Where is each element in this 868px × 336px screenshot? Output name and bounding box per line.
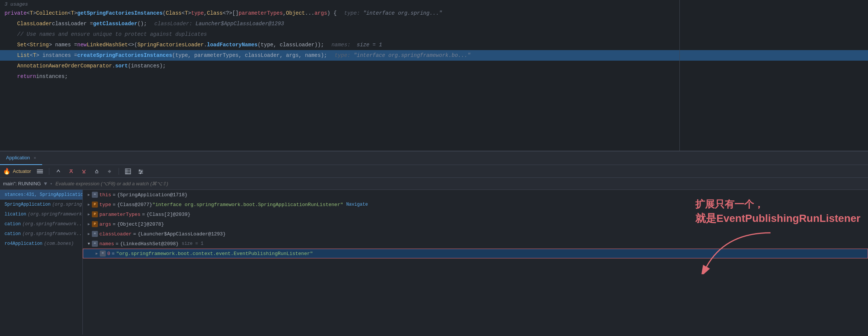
tab-label: Application bbox=[6, 155, 30, 160]
code-line-classloader: ClassLoader classLoader = getClassLoader… bbox=[0, 18, 868, 29]
code-line-names: Set < String > names = new LinkedHashSet… bbox=[0, 40, 868, 50]
frame-item[interactable]: lication (org.springframework.b... bbox=[0, 209, 82, 219]
code-line-return: return instances; bbox=[0, 71, 868, 82]
usages-label: 3 usages bbox=[0, 0, 868, 8]
tab-close-button[interactable]: × bbox=[34, 156, 36, 160]
debug-tab-bar: Application × bbox=[0, 151, 868, 165]
filter-icon[interactable]: ▼ bbox=[44, 181, 47, 187]
debug-toolbar: 🔥 Actuator ⎆ bbox=[0, 165, 868, 178]
toolbar-btn-settings[interactable] bbox=[136, 166, 146, 176]
var-type-icon: = bbox=[92, 231, 98, 237]
toolbar-btn-step-out[interactable] bbox=[91, 166, 102, 176]
var-type-icon: P bbox=[92, 211, 98, 217]
variable-parametertypes[interactable]: ▶ P parameterTypes = {Class[2]@2039} bbox=[83, 209, 868, 219]
var-type-icon: = bbox=[92, 192, 98, 198]
expand-icon[interactable]: ▶ bbox=[86, 192, 92, 198]
svg-rect-1 bbox=[37, 171, 43, 172]
svg-point-14 bbox=[139, 170, 140, 171]
code-line-sort: AnnotationAwareOrderComparator . sort (i… bbox=[0, 61, 868, 71]
frame-item[interactable]: cation (org.springframework.... bbox=[0, 229, 82, 239]
code-editor: 3 usages private < T > Collection < T > … bbox=[0, 0, 868, 151]
code-line-sig: private < T > Collection < T > getSpring… bbox=[0, 8, 868, 18]
debug-panel: Application × 🔥 Actuator bbox=[0, 151, 868, 336]
var-type-icon: P bbox=[92, 221, 98, 227]
frames-panel: stances:431, SpringApplicatio SpringAppl… bbox=[0, 190, 83, 334]
frame-item[interactable]: stances:431, SpringApplicatio bbox=[0, 190, 82, 200]
svg-point-16 bbox=[140, 173, 141, 174]
toolbar-sep-1 bbox=[49, 168, 49, 175]
svg-rect-2 bbox=[37, 173, 43, 173]
filter-dropdown-icon[interactable]: ▾ bbox=[50, 182, 52, 186]
var-type-icon: P bbox=[92, 202, 98, 208]
expand-icon[interactable]: ▶ bbox=[86, 221, 92, 227]
expand-icon[interactable]: ▶ bbox=[86, 211, 92, 217]
variable-type[interactable]: ▶ P type = {Class@2077} "interface org.s… bbox=[83, 200, 868, 209]
variable-names[interactable]: ▼ = names = {LinkedHashSet@2098} size = … bbox=[83, 239, 868, 249]
code-line-comment: // Use names and ensure unique to protec… bbox=[0, 29, 868, 40]
toolbar-btn-menu[interactable] bbox=[35, 166, 45, 176]
frame-item[interactable]: SpringApplication (org.spring... bbox=[0, 200, 82, 209]
svg-point-15 bbox=[141, 171, 142, 172]
expand-icon[interactable]: ▶ bbox=[94, 250, 100, 257]
toolbar-btn-step-into[interactable] bbox=[79, 166, 89, 176]
toolbar-btn-restore[interactable] bbox=[53, 166, 64, 176]
actuator-label[interactable]: Actuator bbox=[13, 168, 31, 174]
toolbar-btn-step-over[interactable] bbox=[66, 166, 76, 176]
toolbar-btn-table[interactable] bbox=[123, 166, 133, 176]
expand-icon[interactable]: ▶ bbox=[86, 231, 92, 237]
toolbar-btn-cursor[interactable]: ⎆ bbox=[104, 166, 115, 176]
watch-input[interactable] bbox=[55, 181, 865, 186]
var-type-icon: = bbox=[100, 250, 106, 257]
actuator-icon: 🔥 bbox=[3, 168, 11, 175]
frame-item[interactable]: cation (org.springframework.... bbox=[0, 219, 82, 229]
variable-names-0[interactable]: ▶ = 0 = "org.springframework.boot.contex… bbox=[83, 249, 868, 258]
variable-this[interactable]: ▶ = this = {SpringApplication@1718} bbox=[83, 190, 868, 200]
variables-area: stances:431, SpringApplicatio SpringAppl… bbox=[0, 190, 868, 334]
var-type-icon: = bbox=[92, 241, 98, 247]
expand-icon[interactable]: ▶ bbox=[86, 202, 92, 208]
variable-classloader[interactable]: ▶ = classLoader = {Launcher$AppClassLoad… bbox=[83, 229, 868, 239]
expand-icon[interactable]: ▼ bbox=[86, 241, 92, 247]
navigate-link[interactable]: Navigate bbox=[346, 202, 368, 207]
watch-header: main": RUNNING ▼ ▾ bbox=[0, 178, 868, 190]
variables-panel: ▶ = this = {SpringApplication@1718} ▶ P … bbox=[83, 190, 868, 334]
tab-application[interactable]: Application × bbox=[0, 151, 42, 165]
code-line-instances: List < T > instances = createSpringFacto… bbox=[0, 50, 868, 61]
svg-rect-0 bbox=[37, 170, 43, 170]
toolbar-sep-2 bbox=[119, 168, 119, 175]
variable-args[interactable]: ▶ P args = {Object[2]@2078} bbox=[83, 219, 868, 229]
frame-item[interactable]: ro4Application (com.bones) bbox=[0, 239, 82, 249]
thread-status: main": RUNNING bbox=[3, 181, 41, 186]
